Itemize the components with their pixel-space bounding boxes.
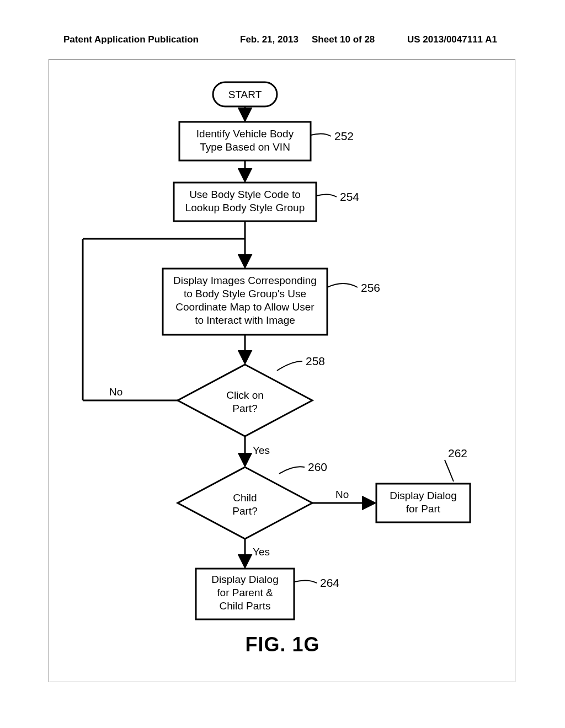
leader-254 xyxy=(316,194,337,197)
node-252-line1: Identify Vehicle Body xyxy=(196,128,294,140)
node-260-line2: Part? xyxy=(232,505,257,517)
node-252: Identify Vehicle Body Type Based on VIN xyxy=(179,122,311,160)
node-264: Display Dialog for Parent & Child Parts xyxy=(196,569,294,619)
node-260: Child Part? xyxy=(178,467,312,539)
ref-254: 254 xyxy=(340,190,359,203)
publication-date: Feb. 21, 2013 xyxy=(240,34,299,45)
node-258-line2: Part? xyxy=(232,403,257,414)
edge-260-yes-label: Yes xyxy=(253,546,270,558)
node-254-line1: Use Body Style Code to xyxy=(189,189,301,200)
node-252-line2: Type Based on VIN xyxy=(200,141,290,153)
publication-type: Patent Application Publication xyxy=(63,34,199,45)
figure-caption: FIG. 1G xyxy=(0,633,565,656)
edge-258-no-label: No xyxy=(109,386,122,398)
leader-262 xyxy=(445,460,454,481)
node-258: Click on Part? xyxy=(178,365,312,436)
ref-264: 264 xyxy=(320,576,339,589)
flowchart: START Identify Vehicle Body Type Based o… xyxy=(49,59,514,681)
leader-252 xyxy=(311,133,331,136)
node-262-line1: Display Dialog xyxy=(390,490,456,501)
start-node: START xyxy=(213,82,277,106)
node-260-line1: Child xyxy=(233,492,257,504)
node-256-line3: Coordinate Map to Allow User xyxy=(175,301,315,313)
node-264-line1: Display Dialog xyxy=(211,574,278,585)
leader-260 xyxy=(279,467,305,474)
start-label: START xyxy=(228,89,262,100)
leader-256 xyxy=(327,283,358,287)
node-262-line2: for Part xyxy=(406,503,441,515)
node-256-line1: Display Images Corresponding xyxy=(173,275,317,286)
ref-252: 252 xyxy=(334,130,354,142)
ref-258: 258 xyxy=(306,355,325,367)
node-264-line2: for Parent & xyxy=(217,587,273,598)
node-262: Display Dialog for Part xyxy=(376,484,470,522)
leader-264 xyxy=(294,580,317,583)
ref-262: 262 xyxy=(448,447,467,459)
node-256: Display Images Corresponding to Body Sty… xyxy=(163,269,327,335)
node-256-line2: to Body Style Group's Use xyxy=(184,288,306,299)
node-264-line3: Child Parts xyxy=(220,600,271,612)
ref-256: 256 xyxy=(361,281,380,294)
publication-number: US 2013/0047111 A1 xyxy=(407,34,497,45)
edge-258-yes-label: Yes xyxy=(253,445,270,456)
edge-260-no-label: No xyxy=(335,489,349,500)
node-254: Use Body Style Code to Lookup Body Style… xyxy=(174,183,316,221)
node-256-line4: to Interact with Image xyxy=(195,314,295,326)
sheet-number: Sheet 10 of 28 xyxy=(312,34,375,45)
leader-258 xyxy=(277,361,302,371)
node-258-line1: Click on xyxy=(226,389,264,401)
ref-260: 260 xyxy=(308,461,327,473)
node-254-line2: Lookup Body Style Group xyxy=(185,202,305,213)
